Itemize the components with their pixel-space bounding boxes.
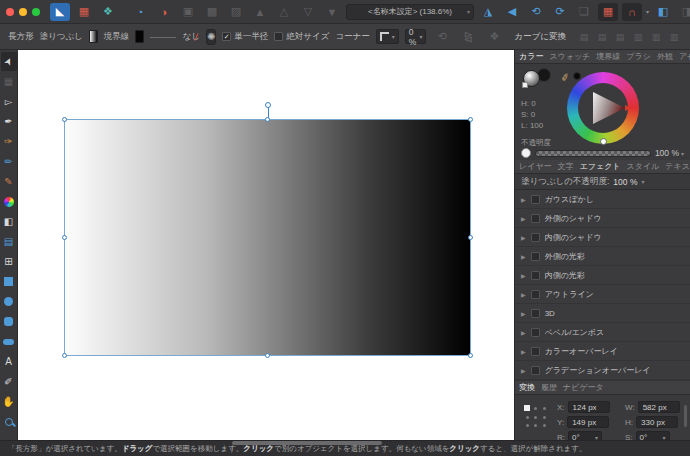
align-center-icon[interactable]: ▤ xyxy=(594,29,610,45)
persona-pixel-icon[interactable]: ▦ xyxy=(74,3,94,21)
canvas[interactable] xyxy=(18,50,514,440)
handle-middle-left[interactable] xyxy=(62,235,67,240)
flip-horizontal-icon[interactable]: ◮ xyxy=(478,3,498,21)
move-to-back-icon[interactable]: ▼ xyxy=(322,3,342,21)
move-backward-icon[interactable]: ▽ xyxy=(298,3,318,21)
insertion-target-icon-1[interactable]: ▣ xyxy=(178,3,198,21)
anchor-top-center[interactable] xyxy=(534,407,537,410)
fx-outline[interactable]: ▶アウトライン xyxy=(515,285,690,303)
ellipse-tool[interactable] xyxy=(1,292,17,311)
corner-type-dropdown[interactable]: ▾ xyxy=(376,29,399,44)
tab-appearance[interactable]: 外観 xyxy=(657,51,673,62)
anchor-top-left[interactable] xyxy=(524,405,530,411)
fx-bevel-emboss[interactable]: ▶ベベル/エンボス xyxy=(515,323,690,341)
fill-opacity-caret-icon[interactable]: ▾ xyxy=(641,178,644,185)
minimize-window-button[interactable] xyxy=(19,8,27,16)
convert-to-curves-button[interactable]: カーブに変換 xyxy=(510,31,570,43)
disclosure-icon[interactable]: ▶ xyxy=(521,348,526,355)
w-input[interactable]: 582 px xyxy=(638,401,680,413)
disclosure-icon[interactable]: ▶ xyxy=(521,196,526,203)
crop-tool[interactable]: ⊞ xyxy=(1,252,17,271)
fx-outer-glow[interactable]: ▶外側の光彩 xyxy=(515,247,690,265)
handle-middle-right[interactable] xyxy=(468,235,473,240)
move-forward-icon[interactable]: △ xyxy=(274,3,294,21)
handle-top-right[interactable] xyxy=(468,117,473,122)
pencil-tool[interactable]: ✏ xyxy=(1,152,17,171)
tab-styles[interactable]: スタイル xyxy=(627,161,660,172)
opacity-slider-track[interactable] xyxy=(535,150,651,157)
text-tool[interactable]: A xyxy=(1,352,17,371)
duplicate-icon[interactable]: ❏ xyxy=(574,3,594,21)
grid-toggle-icon[interactable]: ▦ xyxy=(598,3,618,21)
fx-inner-glow[interactable]: ▶内側の光彩 xyxy=(515,266,690,284)
fx-checkbox[interactable] xyxy=(531,233,540,242)
tab-text-styles[interactable]: テキストスタイル xyxy=(665,161,690,172)
disclosure-icon[interactable]: ▶ xyxy=(521,253,526,260)
window-controls[interactable] xyxy=(6,8,40,16)
insertion-target-icon-3[interactable]: ▨ xyxy=(226,3,246,21)
handle-top-left[interactable] xyxy=(62,117,67,122)
align-top-icon[interactable]: ▥ xyxy=(630,29,646,45)
h-input[interactable]: 330 px xyxy=(636,416,678,428)
align-left-icon[interactable]: ▤ xyxy=(576,29,592,45)
color-picker-tool[interactable] xyxy=(1,192,17,211)
fx-3d[interactable]: ▶3D xyxy=(515,304,690,322)
rotation-handle[interactable] xyxy=(265,102,271,108)
fx-checkbox[interactable] xyxy=(531,214,540,223)
tab-effects[interactable]: エフェクト xyxy=(580,161,621,172)
boolean-subtract-icon[interactable]: ◨ xyxy=(677,3,690,21)
transparency-tool[interactable]: ◧ xyxy=(1,212,17,231)
opacity-slider-knob[interactable] xyxy=(521,148,531,158)
zoom-tool[interactable] xyxy=(1,412,17,431)
anchor-point-selector[interactable] xyxy=(523,403,549,429)
disclosure-icon[interactable]: ▶ xyxy=(521,215,526,222)
vector-brush-tool[interactable]: ✑ xyxy=(1,132,17,151)
anchor-top-right[interactable] xyxy=(543,407,546,410)
opacity-value[interactable]: 100 %▾ xyxy=(655,148,684,158)
anchor-bottom-left[interactable] xyxy=(526,424,529,427)
fill-color-selector[interactable] xyxy=(523,70,540,87)
pill-tool[interactable] xyxy=(1,332,17,351)
hand-tool[interactable]: ✋ xyxy=(1,392,17,411)
disclosure-icon[interactable]: ▶ xyxy=(521,291,526,298)
snapping-caret-icon[interactable]: ▾ xyxy=(646,8,649,15)
fill-swatch[interactable] xyxy=(89,30,98,43)
saturation-triangle[interactable] xyxy=(567,72,639,144)
tab-color[interactable]: カラー xyxy=(519,51,543,62)
panel-scrollbar[interactable] xyxy=(684,405,687,427)
anchor-bottom-center[interactable] xyxy=(534,424,537,427)
tab-character[interactable]: 文字 xyxy=(558,161,574,172)
insertion-target-icon-2[interactable]: ▩ xyxy=(202,3,222,21)
rounded-rectangle-tool[interactable] xyxy=(1,312,17,331)
x-input[interactable]: 124 px xyxy=(568,401,610,413)
rotate-selection-icon[interactable]: ⟲ xyxy=(432,28,452,46)
close-window-button[interactable] xyxy=(6,8,14,16)
fill-opacity-value[interactable]: 100 % xyxy=(613,177,637,187)
anchor-center[interactable] xyxy=(534,416,537,419)
anchor-bottom-right[interactable] xyxy=(543,424,546,427)
fx-gradient-overlay[interactable]: ▶グラデーションオーバーレイ xyxy=(515,361,690,379)
disclosure-icon[interactable]: ▶ xyxy=(521,234,526,241)
fx-checkbox[interactable] xyxy=(531,252,540,261)
selected-gradient-rectangle[interactable] xyxy=(65,120,470,355)
handle-bottom-right[interactable] xyxy=(468,353,473,358)
zoom-window-button[interactable] xyxy=(32,8,40,16)
cycle-order-icon[interactable]: ❖ xyxy=(484,28,504,46)
handle-bottom-left[interactable] xyxy=(62,353,67,358)
fx-color-overlay[interactable]: ▶カラーオーバーレイ xyxy=(515,342,690,360)
tab-swatches[interactable]: スウォッチ xyxy=(549,51,590,62)
fx-checkbox[interactable] xyxy=(531,366,540,375)
fx-checkbox[interactable] xyxy=(531,347,540,356)
fx-checkbox[interactable] xyxy=(531,271,540,280)
move-tool[interactable]: ➤ xyxy=(1,52,17,71)
align-right-icon[interactable]: ▤ xyxy=(612,29,628,45)
tab-history[interactable]: 履歴 xyxy=(541,382,557,393)
rotate-cw-icon[interactable]: ⟳ xyxy=(550,3,570,21)
stroke-settings-gear-icon[interactable]: ✺ xyxy=(206,29,216,45)
flip-selection-icon[interactable]: ⧎ xyxy=(458,28,478,46)
move-to-front-icon[interactable]: ▲ xyxy=(250,3,270,21)
brush-tool[interactable]: ✎ xyxy=(1,172,17,191)
pen-tool[interactable]: ✒ xyxy=(1,112,17,131)
rotate-ccw-icon[interactable]: ⟲ xyxy=(526,3,546,21)
tab-transform[interactable]: 変換 xyxy=(519,382,535,393)
